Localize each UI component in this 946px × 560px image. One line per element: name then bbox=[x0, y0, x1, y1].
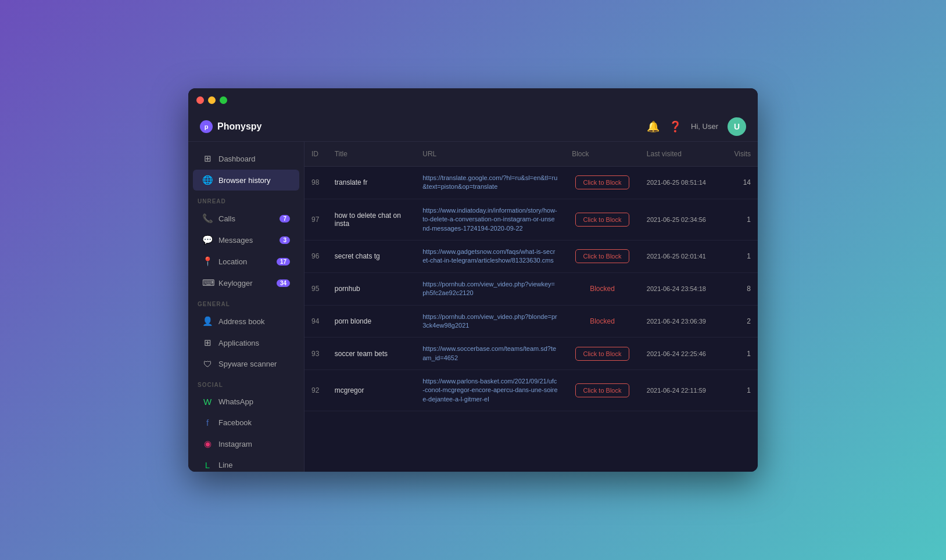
sidebar-item-label: WhatsApp bbox=[218, 397, 253, 406]
table-row: 97 how to delete chat on insta https://w… bbox=[304, 199, 758, 240]
minimize-button[interactable] bbox=[208, 96, 216, 104]
cell-last-visited: 2021-06-25 02:01:41 bbox=[640, 240, 728, 272]
sidebar-item-facebook[interactable]: f Facebook bbox=[193, 412, 299, 433]
url-link[interactable]: https://www.indiatoday.in/information/st… bbox=[422, 206, 558, 233]
url-link[interactable]: https://www.parlons-basket.com/2021/09/2… bbox=[422, 377, 558, 404]
cell-visits: 8 bbox=[728, 272, 758, 305]
sidebar-item-applications[interactable]: ⊞ Applications bbox=[193, 332, 299, 353]
cell-last-visited: 2021-06-24 23:54:18 bbox=[640, 272, 728, 305]
col-block: Block bbox=[565, 142, 640, 167]
sidebar-item-spyware-scanner[interactable]: 🛡 Spyware scanner bbox=[193, 354, 299, 374]
sidebar-item-dashboard[interactable]: ⊞ Dashboard bbox=[193, 148, 299, 169]
unread-section-label: UNREAD bbox=[188, 191, 304, 207]
cell-url: https://www.soccerbase.com/teams/team.sd… bbox=[415, 338, 565, 370]
cell-visits: 1 bbox=[728, 240, 758, 272]
sidebar-item-instagram[interactable]: ◉ Instagram bbox=[193, 433, 299, 454]
cell-title: porn blonde bbox=[328, 305, 416, 338]
url-link[interactable]: https://www.gadgetsnow.com/faqs/what-is-… bbox=[422, 247, 558, 265]
cell-block: Click to Block bbox=[565, 199, 640, 240]
sidebar-item-line[interactable]: L Line bbox=[193, 455, 299, 472]
col-last-visited: Last visited bbox=[640, 142, 728, 167]
cell-last-visited: 2021-06-25 02:34:56 bbox=[640, 199, 728, 240]
url-link[interactable]: https://www.soccerbase.com/teams/team.sd… bbox=[422, 344, 558, 362]
cell-block: Click to Block bbox=[565, 240, 640, 272]
cell-visits: 2 bbox=[728, 305, 758, 338]
content-area: ID Title URL Block Last visited Visits 9… bbox=[304, 142, 758, 472]
header-right: 🔔 ❓ Hi, User U bbox=[647, 117, 746, 136]
calls-badge: 7 bbox=[280, 215, 290, 222]
general-section-label: GENERAL bbox=[188, 294, 304, 310]
cell-last-visited: 2021-06-24 23:06:39 bbox=[640, 305, 728, 338]
sidebar-item-keylogger[interactable]: ⌨ Keylogger 34 bbox=[193, 272, 299, 293]
whatsapp-icon: W bbox=[202, 397, 213, 407]
cell-id: 92 bbox=[304, 370, 328, 411]
block-button[interactable]: Click to Block bbox=[575, 383, 629, 397]
blocked-label: Blocked bbox=[590, 317, 615, 325]
cell-id: 95 bbox=[304, 272, 328, 305]
table-row: 95 pornhub https://pornhub.com/view_vide… bbox=[304, 272, 758, 305]
block-button[interactable]: Click to Block bbox=[575, 347, 629, 361]
keyboard-icon: ⌨ bbox=[202, 278, 213, 288]
cell-visits: 14 bbox=[728, 167, 758, 199]
app-body: p Phonyspy 🔔 ❓ Hi, User U ⊞ Dashboard bbox=[188, 112, 758, 472]
main-layout: ⊞ Dashboard 🌐 Browser history UNREAD 📞 C… bbox=[188, 142, 758, 472]
sidebar-item-label: Messages bbox=[218, 236, 253, 245]
maximize-button[interactable] bbox=[220, 96, 227, 104]
apps-icon: ⊞ bbox=[202, 338, 213, 348]
cell-url: https://www.gadgetsnow.com/faqs/what-is-… bbox=[415, 240, 565, 272]
cell-block: Blocked bbox=[565, 272, 640, 305]
sidebar-item-messages[interactable]: 💬 Messages 3 bbox=[193, 229, 299, 250]
header: p Phonyspy 🔔 ❓ Hi, User U bbox=[188, 112, 758, 142]
help-icon[interactable]: ❓ bbox=[669, 120, 682, 133]
sidebar-item-label: Facebook bbox=[218, 418, 252, 427]
cell-id: 93 bbox=[304, 338, 328, 370]
cell-url: https://www.indiatoday.in/information/st… bbox=[415, 199, 565, 240]
blocked-label: Blocked bbox=[590, 285, 615, 293]
col-id: ID bbox=[304, 142, 328, 167]
sidebar-item-address-book[interactable]: 👤 Address book bbox=[193, 311, 299, 332]
cell-block: Click to Block bbox=[565, 370, 640, 411]
sidebar-item-location[interactable]: 📍 Location 17 bbox=[193, 251, 299, 272]
social-section-label: SOCIAL bbox=[188, 375, 304, 391]
sidebar-item-label: Line bbox=[218, 461, 233, 469]
cell-block: Blocked bbox=[565, 305, 640, 338]
sidebar-item-whatsapp[interactable]: W WhatsApp bbox=[193, 392, 299, 412]
sidebar-item-calls[interactable]: 📞 Calls 7 bbox=[193, 208, 299, 229]
cell-title: pornhub bbox=[328, 272, 416, 305]
keylogger-badge: 34 bbox=[277, 279, 290, 287]
sidebar-item-label: Location bbox=[218, 257, 247, 266]
block-button[interactable]: Click to Block bbox=[575, 175, 629, 189]
table-row: 93 soccer team bets https://www.soccerba… bbox=[304, 338, 758, 370]
cell-last-visited: 2021-06-24 22:25:46 bbox=[640, 338, 728, 370]
app-window: p Phonyspy 🔔 ❓ Hi, User U ⊞ Dashboard bbox=[188, 88, 758, 472]
table-row: 94 porn blonde https://pornhub.com/view_… bbox=[304, 305, 758, 338]
sidebar-item-label: Spyware scanner bbox=[218, 360, 277, 368]
close-button[interactable] bbox=[196, 96, 204, 104]
location-badge: 17 bbox=[277, 258, 290, 265]
url-link[interactable]: https://pornhub.com/view_video.php?viewk… bbox=[422, 280, 558, 298]
cell-title: translate fr bbox=[328, 167, 416, 199]
chat-icon: 💬 bbox=[202, 235, 213, 245]
url-link[interactable]: https://pornhub.com/view_video.php?blond… bbox=[422, 313, 558, 331]
url-link[interactable]: https://translate.google.com/?hl=ru&sl=e… bbox=[422, 174, 558, 192]
col-visits: Visits bbox=[728, 142, 758, 167]
cell-last-visited: 2021-06-25 08:51:14 bbox=[640, 167, 728, 199]
titlebar bbox=[188, 88, 758, 112]
dashboard-icon: ⊞ bbox=[202, 153, 213, 164]
cell-url: https://pornhub.com/view_video.php?viewk… bbox=[415, 272, 565, 305]
logo-icon: p bbox=[200, 120, 213, 133]
person-icon: 👤 bbox=[202, 316, 213, 326]
cell-visits: 1 bbox=[728, 370, 758, 411]
cell-id: 97 bbox=[304, 199, 328, 240]
block-button[interactable]: Click to Block bbox=[575, 213, 629, 227]
table-row: 92 mcgregor https://www.parlons-basket.c… bbox=[304, 370, 758, 411]
history-table: ID Title URL Block Last visited Visits 9… bbox=[304, 142, 758, 411]
table-header-row: ID Title URL Block Last visited Visits bbox=[304, 142, 758, 167]
sidebar-item-browser-history[interactable]: 🌐 Browser history bbox=[193, 170, 299, 191]
cell-title: soccer team bets bbox=[328, 338, 416, 370]
block-button[interactable]: Click to Block bbox=[575, 249, 629, 263]
sidebar: ⊞ Dashboard 🌐 Browser history UNREAD 📞 C… bbox=[188, 142, 304, 472]
cell-id: 98 bbox=[304, 167, 328, 199]
bell-icon[interactable]: 🔔 bbox=[647, 120, 660, 133]
sidebar-item-label: Keylogger bbox=[218, 279, 253, 288]
